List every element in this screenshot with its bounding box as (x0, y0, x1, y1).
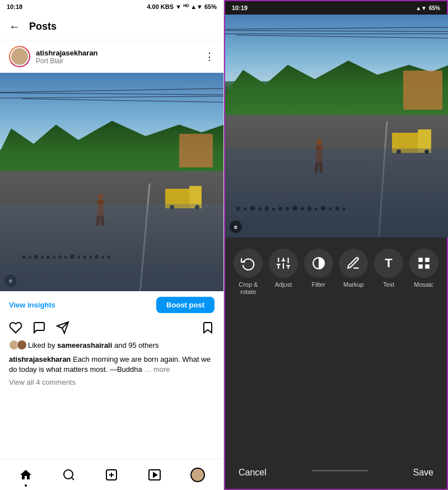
comment-button[interactable] (32, 321, 46, 334)
markup-label: Markup (343, 281, 364, 288)
liked-username[interactable]: sameerashairali (57, 341, 112, 349)
boost-post-button[interactable]: Boost post (156, 297, 214, 313)
page-title: Posts (29, 21, 57, 32)
nav-reels[interactable] (141, 461, 169, 489)
svg-rect-19 (418, 258, 423, 262)
mosaic-label: Mosaic (414, 281, 433, 288)
save-button[interactable]: Save (413, 468, 433, 478)
wet-road-reflection (0, 204, 224, 291)
text-icon: T (385, 256, 392, 270)
svg-rect-22 (425, 264, 430, 269)
tool-filter[interactable]: Filter (301, 249, 336, 296)
filter-icon-circle (304, 249, 333, 278)
text-label: Text (383, 281, 394, 288)
mosaic-icon (417, 256, 431, 270)
insights-boost-row: View insights Boost post (0, 291, 223, 319)
author-name[interactable]: atishrajasekharan (36, 49, 98, 57)
action-icons-left (9, 321, 69, 334)
author-info: atishrajasekharan Port Blair (9, 46, 98, 67)
toolbar-bottom-row: Cancel Save (225, 459, 447, 489)
time-left: 10:18 (7, 3, 22, 10)
nav-home[interactable] (12, 461, 40, 489)
tool-mosaic[interactable]: Mosaic (406, 249, 441, 296)
markup-icon-circle (339, 249, 368, 278)
profile-avatar (190, 468, 205, 482)
view-insights-button[interactable]: View insights (9, 301, 55, 309)
search-icon (62, 468, 76, 482)
status-icons-left: 4.00 KBS ▼ ᴴᴰ ▲▼ 65% (147, 3, 217, 11)
liked-avatar-2 (17, 340, 27, 350)
right-panel: 10:19 ▲▼ 65% (224, 0, 448, 490)
action-row (0, 319, 223, 339)
create-icon (105, 468, 118, 482)
nav-profile[interactable] (184, 461, 212, 489)
view-comments-link[interactable]: View all 4 comments (0, 377, 223, 388)
likes-text: Liked by sameerashairali and 95 others (28, 341, 158, 349)
left-panel: 10:18 4.00 KBS ▼ ᴴᴰ ▲▼ 65% ← Posts atish… (0, 0, 224, 490)
cancel-button[interactable]: Cancel (239, 468, 267, 478)
crop-rotate-icon (241, 256, 255, 270)
nav-search[interactable] (55, 461, 83, 489)
bottom-nav (0, 459, 223, 490)
liked-by-label: Liked by (28, 341, 55, 349)
tool-adjust[interactable]: Adjust (266, 249, 301, 296)
reels-icon (148, 468, 161, 482)
caption-more[interactable]: … more (144, 365, 170, 374)
adjust-icon-circle (269, 249, 298, 278)
header: ← Posts (0, 13, 223, 40)
filter-icon (311, 256, 326, 270)
tool-text[interactable]: T Text (371, 249, 407, 296)
status-bar-left: 10:18 4.00 KBS ▼ ᴴᴰ ▲▼ 65% (0, 0, 223, 13)
edit-image: e (225, 15, 448, 237)
bookmark-button[interactable] (201, 321, 214, 334)
adjust-icon (276, 256, 291, 270)
home-icon (19, 468, 32, 482)
back-button[interactable]: ← (9, 20, 20, 33)
author-details: atishrajasekharan Port Blair (36, 49, 98, 65)
share-button[interactable] (56, 321, 69, 334)
more-options-button[interactable]: ⋮ (204, 50, 214, 63)
building (179, 134, 213, 167)
edit-watermark: e (230, 221, 242, 233)
status-icons-right: ▲▼ 65% (416, 5, 440, 11)
image-scene: e (0, 73, 224, 291)
svg-rect-20 (425, 258, 430, 262)
caption-username[interactable]: atishrajasekharan (9, 355, 71, 363)
author-location: Port Blair (36, 57, 98, 65)
filter-label: Filter (311, 281, 325, 288)
edit-building (403, 71, 442, 110)
crop-rotate-label: Crop &rotate (239, 281, 258, 296)
svg-marker-8 (153, 473, 157, 477)
caption-row: atishrajasekharan Each morning we are bo… (0, 353, 223, 377)
tool-markup[interactable]: Markup (336, 249, 371, 296)
wires (0, 90, 224, 101)
svg-line-3 (72, 477, 74, 479)
nav-create[interactable] (97, 461, 125, 489)
likes-row: Liked by sameerashairali and 95 others (0, 339, 223, 353)
edit-reflection (225, 148, 448, 237)
tool-crop-rotate[interactable]: Crop &rotate (231, 249, 266, 296)
edit-image-scene: e (225, 15, 448, 237)
toolbar-icons-row: Crop &rotate (225, 237, 447, 300)
adjust-label: Adjust (275, 281, 292, 288)
post-image: e (0, 73, 224, 291)
svg-rect-21 (418, 264, 423, 269)
avatar[interactable] (9, 46, 30, 67)
markup-icon (346, 256, 361, 270)
text-icon-circle: T (374, 249, 403, 278)
toolbar-area: Crop &rotate (225, 237, 447, 489)
svg-point-2 (64, 470, 73, 479)
home-active-indicator (25, 484, 27, 487)
liked-avatars (9, 340, 25, 350)
scroll-indicator (312, 470, 368, 472)
time-right: 10:19 (232, 4, 248, 11)
liked-others: and 95 others (114, 341, 159, 349)
like-button[interactable] (9, 321, 22, 334)
crop-rotate-icon-circle (234, 249, 263, 278)
post-author-row: atishrajasekharan Port Blair ⋮ (0, 40, 223, 73)
mosaic-icon-circle (409, 249, 438, 278)
status-bar-right: 10:19 ▲▼ 65% (225, 1, 447, 15)
